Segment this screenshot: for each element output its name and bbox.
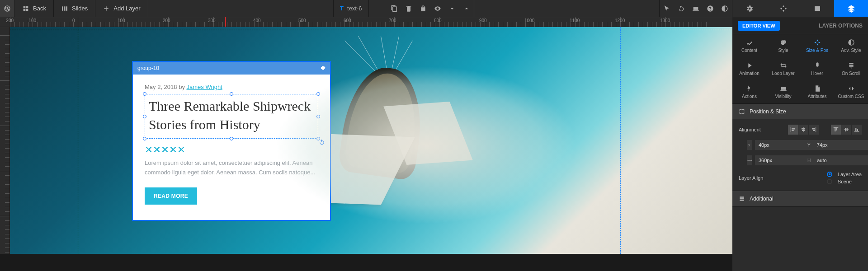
- divider-decoration: [145, 147, 185, 152]
- subtab-loop[interactable]: Loop Layer: [766, 57, 800, 80]
- subtab-content[interactable]: Content: [732, 34, 766, 57]
- read-more-button[interactable]: READ MORE: [145, 187, 197, 205]
- align-center[interactable]: [798, 125, 808, 135]
- panel-tab-media[interactable]: [800, 0, 834, 17]
- resize-handle[interactable]: [230, 137, 233, 140]
- section-position-size[interactable]: Position & Size: [732, 104, 868, 119]
- h-label: H: [807, 155, 811, 165]
- y-label: Y: [807, 140, 811, 150]
- h-field: H: [807, 155, 862, 165]
- help-icon[interactable]: [703, 0, 717, 17]
- guide-vertical[interactable]: [620, 27, 621, 254]
- post-date-by: May 2, 2018 by: [145, 84, 187, 90]
- align-bottom[interactable]: [852, 125, 862, 135]
- marker-icon[interactable]: [459, 0, 474, 17]
- w-field: [747, 155, 801, 165]
- author-link[interactable]: James Wright: [187, 84, 222, 90]
- w-label: [747, 155, 752, 165]
- guide-horizontal[interactable]: [10, 30, 732, 30]
- chevron-down-icon[interactable]: [445, 0, 459, 17]
- group-header[interactable]: group-10: [133, 62, 330, 75]
- layer-align-scene[interactable]: Scene: [827, 178, 862, 185]
- subtab-onscroll[interactable]: On Scroll: [834, 57, 868, 80]
- layer-align-label: Layer Align: [739, 175, 823, 181]
- subtab-style[interactable]: Style: [766, 34, 800, 57]
- h-input[interactable]: [813, 155, 868, 165]
- section-additional[interactable]: Additional: [732, 191, 868, 206]
- group-gear-icon[interactable]: [320, 65, 326, 72]
- lock-icon[interactable]: [416, 0, 430, 17]
- h-align-group: [788, 125, 819, 135]
- subtab-attributes[interactable]: Attributes: [800, 80, 834, 103]
- horizontal-ruler: -200 -100 0 100 200 300 400 500 600 700 …: [0, 17, 732, 27]
- align-left[interactable]: [788, 125, 798, 135]
- y-field: Y: [807, 140, 862, 150]
- resize-handle[interactable]: [230, 92, 233, 96]
- svg-text:X: X: [748, 144, 750, 147]
- top-toolbar: Back Slides Add Layer T text-6: [0, 0, 868, 17]
- panel-tab-layers[interactable]: [834, 0, 868, 17]
- alignment-label: Alignment: [739, 127, 784, 132]
- selected-layer-chip[interactable]: T text-6: [334, 0, 368, 17]
- add-layer-label: Add Layer: [113, 5, 140, 12]
- y-input[interactable]: [813, 140, 868, 150]
- duplicate-icon[interactable]: [387, 0, 401, 17]
- right-panel: EDITOR VIEW LAYER OPTIONS Content Style …: [732, 17, 868, 271]
- subtab-actions[interactable]: Actions: [732, 80, 766, 103]
- editor-canvas[interactable]: group-10 May 2, 2018 by James Wright Thr…: [10, 27, 732, 254]
- layer-options-label[interactable]: LAYER OPTIONS: [819, 23, 863, 29]
- layer-align-area[interactable]: Layer Area: [827, 171, 862, 178]
- contrast-icon[interactable]: [717, 0, 732, 17]
- layer-group[interactable]: group-10 May 2, 2018 by James Wright Thr…: [132, 61, 331, 221]
- resize-handle[interactable]: [316, 115, 320, 118]
- post-excerpt: Lorem ipsum dolor sit amet, consectetuer…: [145, 159, 318, 178]
- undo-icon[interactable]: [674, 0, 689, 17]
- subtab-custom-css[interactable]: Custom CSS: [834, 80, 868, 103]
- panel-tab-navigation[interactable]: [766, 0, 800, 17]
- group-label: group-10: [137, 65, 159, 71]
- slides-label: Slides: [72, 5, 88, 12]
- wordpress-icon[interactable]: [0, 0, 14, 17]
- post-meta: May 2, 2018 by James Wright: [145, 84, 318, 90]
- rotate-handle[interactable]: [319, 139, 325, 145]
- cursor-icon[interactable]: [660, 0, 674, 17]
- v-align-group: [830, 125, 862, 135]
- slides-button[interactable]: Slides: [54, 0, 95, 17]
- subtab-visibility[interactable]: Visibility: [766, 80, 800, 103]
- resize-handle[interactable]: [316, 92, 320, 96]
- preview-icon[interactable]: [689, 0, 703, 17]
- align-middle[interactable]: [841, 125, 851, 135]
- panel-tab-settings[interactable]: [732, 0, 766, 17]
- subtab-animation[interactable]: Animation: [732, 57, 766, 80]
- delete-icon[interactable]: [401, 0, 416, 17]
- vertical-ruler: [0, 27, 10, 254]
- align-top[interactable]: [831, 125, 841, 135]
- back-label: Back: [33, 5, 46, 12]
- guide-vertical[interactable]: [78, 27, 78, 254]
- subtab-size-pos[interactable]: Size & Pos: [800, 34, 834, 57]
- back-button[interactable]: Back: [15, 0, 53, 17]
- ruler-playhead: [225, 17, 226, 27]
- x-label: X: [747, 140, 752, 150]
- post-title[interactable]: Three Remarkable Shipwreck Stories from …: [149, 97, 314, 134]
- resize-handle[interactable]: [143, 92, 146, 96]
- add-layer-button[interactable]: Add Layer: [95, 0, 147, 17]
- subtab-hover[interactable]: Hover: [800, 57, 834, 80]
- align-right[interactable]: [809, 125, 819, 135]
- subtab-adv-style[interactable]: Adv. Style: [834, 34, 868, 57]
- x-field: X: [747, 140, 801, 150]
- selected-text-layer[interactable]: Three Remarkable Shipwreck Stories from …: [145, 94, 318, 139]
- resize-handle[interactable]: [143, 115, 146, 118]
- text-type-icon: T: [340, 5, 344, 12]
- editor-view-badge[interactable]: EDITOR VIEW: [738, 21, 780, 31]
- selected-layer-name: text-6: [347, 5, 362, 12]
- visibility-icon[interactable]: [430, 0, 445, 17]
- resize-handle[interactable]: [143, 137, 146, 140]
- layer-subtabs: Content Style Size & Pos Adv. Style Anim…: [732, 34, 868, 104]
